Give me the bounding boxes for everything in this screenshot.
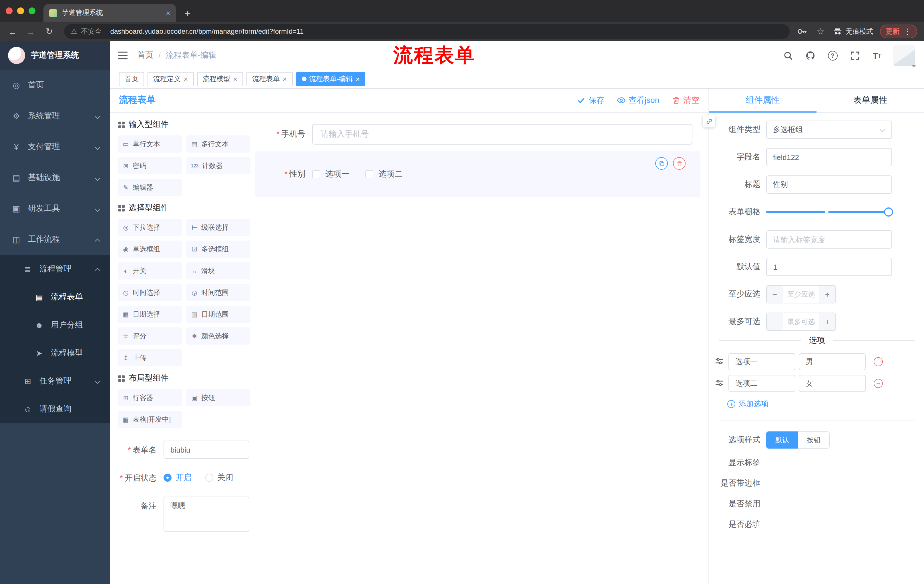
browser-menu-icon[interactable] (903, 27, 911, 36)
remove-option-button[interactable] (874, 379, 883, 388)
reload-button[interactable] (41, 23, 57, 39)
palette-item-cascader[interactable]: ⊢级联选择 (186, 219, 251, 236)
canvas-field-gender[interactable]: 性别 选项一 选项二 (255, 151, 700, 197)
remove-option-button[interactable] (874, 357, 883, 366)
palette-item-checkbox-group[interactable]: ☑多选框组 (186, 240, 251, 258)
drag-handle-icon[interactable] (715, 378, 725, 388)
tab-form-props[interactable]: 表单属性 (817, 89, 924, 112)
bookmark-star-icon[interactable] (815, 26, 826, 37)
palette-item-password[interactable]: ⊠密码 (118, 157, 182, 174)
sidebar-item-process-model[interactable]: ➤ 流程模型 (0, 339, 110, 367)
tag-process-definition[interactable]: 流程定义 (147, 72, 193, 86)
palette-item-row-container[interactable]: ⊞行容器 (118, 389, 182, 406)
decrease-button[interactable] (767, 313, 783, 330)
browser-tab[interactable]: 芋道管理系统 (43, 4, 176, 22)
macos-window-controls[interactable] (6, 0, 35, 22)
sidebar-item-home[interactable]: ◎ 首页 (0, 70, 110, 100)
tag-close-icon[interactable] (356, 74, 360, 83)
avatar[interactable] (893, 44, 915, 66)
new-tab-button[interactable] (180, 6, 196, 22)
phone-input[interactable]: 请输入手机号 (312, 124, 693, 145)
search-icon[interactable] (782, 49, 794, 62)
link-icon[interactable] (703, 115, 715, 127)
tag-close-icon[interactable] (282, 74, 287, 83)
tag-process-form[interactable]: 流程表单 (246, 72, 292, 86)
min-select-value[interactable]: 至少应选 (783, 286, 819, 303)
option-name-input[interactable] (728, 353, 795, 370)
tag-close-icon[interactable] (233, 74, 237, 83)
maximize-window-icon[interactable] (29, 7, 35, 14)
github-icon[interactable] (804, 49, 817, 62)
default-value-input[interactable] (766, 258, 892, 276)
tab-component-props[interactable]: 组件属性 (709, 89, 817, 112)
style-button-button[interactable]: 按钮 (798, 431, 830, 449)
sidebar-item-workflow[interactable]: ◫ 工作流程 (0, 224, 110, 255)
forward-button[interactable] (23, 23, 39, 39)
palette-item-single-text[interactable]: ▭单行文本 (118, 135, 182, 153)
form-remark-textarea[interactable]: 嘿嘿 (163, 497, 249, 532)
gender-option1-checkbox[interactable]: 选项一 (312, 169, 349, 179)
tag-close-icon[interactable] (183, 74, 188, 83)
sidebar-item-leave-query[interactable]: ☺ 请假查询 (0, 395, 110, 423)
save-button[interactable]: 保存 (577, 95, 605, 105)
component-type-select[interactable]: 多选框组 (766, 120, 892, 139)
address-bar[interactable]: 不安全 dashboard.yudao.iocoder.cn/bpm/manag… (64, 24, 790, 39)
back-button[interactable] (5, 23, 21, 39)
delete-field-button[interactable] (673, 157, 686, 170)
tag-process-form-edit[interactable]: 流程表单-编辑 (296, 72, 366, 86)
clear-button[interactable]: 清空 (672, 95, 699, 105)
title-input[interactable] (766, 175, 892, 194)
palette-item-time-range[interactable]: ◶时间范围 (186, 284, 251, 301)
drag-handle-icon[interactable] (715, 357, 725, 367)
tag-home[interactable]: 首页 (119, 72, 144, 86)
form-canvas[interactable]: 手机号 请输入手机号 (254, 113, 708, 584)
canvas-field-phone[interactable]: 手机号 请输入手机号 (255, 124, 700, 145)
tab-close-icon[interactable] (166, 8, 170, 17)
app-logo[interactable]: 芋道管理系统 (0, 41, 110, 70)
palette-item-multi-text[interactable]: ▤多行文本 (186, 135, 251, 153)
form-name-input[interactable] (163, 441, 249, 459)
sidebar-item-payment[interactable]: ¥ 支付管理 (0, 132, 110, 162)
style-default-button[interactable]: 默认 (766, 431, 798, 449)
sidebar-item-devtools[interactable]: ▣ 研发工具 (0, 193, 110, 224)
minimize-window-icon[interactable] (17, 7, 24, 14)
palette-item-dropdown[interactable]: ◎下拉选择 (118, 219, 182, 236)
max-select-value[interactable]: 最多可选 (783, 313, 819, 330)
status-off-radio[interactable]: 关闭 (205, 472, 233, 483)
status-on-radio[interactable]: 开启 (163, 472, 191, 483)
help-icon[interactable] (826, 49, 839, 62)
sidebar-item-user-group[interactable]: ☻ 用户分组 (0, 311, 110, 339)
close-window-icon[interactable] (6, 7, 13, 14)
add-option-button[interactable]: 添加选项 (727, 399, 924, 409)
increase-button[interactable] (819, 313, 835, 330)
password-key-icon[interactable] (797, 26, 808, 37)
palette-item-time-picker[interactable]: ◷时间选择 (118, 284, 182, 301)
palette-item-switch[interactable]: ◐开关 (118, 262, 182, 280)
tag-process-model[interactable]: 流程模型 (197, 72, 243, 86)
view-json-button[interactable]: 查看json (617, 95, 659, 105)
option-value-input[interactable] (799, 375, 866, 392)
palette-item-date-picker[interactable]: ▦日期选择 (118, 306, 182, 323)
sidebar-fold-icon[interactable] (118, 50, 129, 61)
label-width-input[interactable] (766, 230, 892, 248)
palette-item-slider[interactable]: ↔滑块 (186, 262, 251, 280)
gender-option2-checkbox[interactable]: 选项二 (365, 169, 403, 179)
slider-handle[interactable] (884, 207, 893, 217)
option-name-input[interactable] (728, 375, 795, 392)
option-value-input[interactable] (799, 353, 866, 370)
font-size-icon[interactable] (871, 49, 883, 62)
palette-item-rate[interactable]: ☆评分 (118, 327, 182, 345)
sidebar-item-task-mgmt[interactable]: ⊞ 任务管理 (0, 367, 110, 395)
update-browser-button[interactable]: 更新 (880, 25, 917, 38)
sidebar-item-process-form[interactable]: ▤ 流程表单 (0, 283, 110, 311)
palette-item-editor[interactable]: ✎编辑器 (118, 179, 182, 196)
sidebar-item-system[interactable]: ⚙ 系统管理 (0, 100, 110, 132)
palette-item-radio-group[interactable]: ◉单选框组 (118, 240, 182, 258)
decrease-button[interactable] (767, 286, 783, 303)
grid-slider[interactable] (766, 203, 892, 221)
breadcrumb-home[interactable]: 首页 (137, 50, 153, 61)
palette-item-counter[interactable]: 123计数器 (186, 157, 251, 174)
fullscreen-icon[interactable] (848, 49, 861, 62)
palette-item-date-range[interactable]: ▥日期范围 (186, 306, 251, 323)
copy-field-button[interactable] (655, 157, 668, 170)
